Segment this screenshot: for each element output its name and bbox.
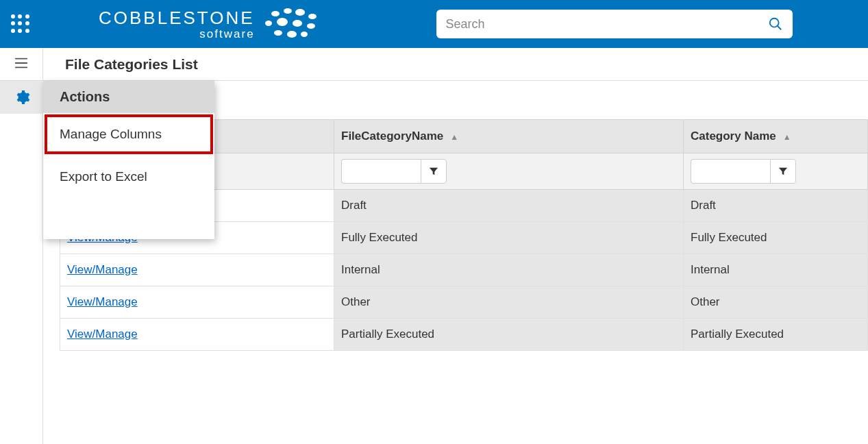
svg-point-4 bbox=[265, 21, 272, 26]
svg-point-1 bbox=[284, 8, 292, 14]
cell-filecategoryname: Other bbox=[334, 286, 684, 319]
filter-cell-categoryname bbox=[684, 153, 868, 190]
actions-panel: Actions Manage ColumnsExport to Excel bbox=[43, 81, 214, 239]
cell-categoryname: Partially Executed bbox=[684, 319, 868, 351]
logo-main-text: COBBLESTONE bbox=[99, 9, 255, 27]
svg-point-11 bbox=[769, 18, 778, 27]
content-area: Actions Manage ColumnsExport to Excel Fi… bbox=[43, 81, 868, 444]
cell-filecategoryname: Internal bbox=[334, 254, 684, 286]
action-cell: View/Manage bbox=[60, 286, 334, 319]
filter-icon bbox=[429, 166, 438, 176]
view-manage-link[interactable]: View/Manage bbox=[67, 263, 138, 276]
actions-panel-header: Actions bbox=[43, 81, 214, 113]
page-title: File Categories List bbox=[65, 56, 198, 73]
svg-point-8 bbox=[274, 30, 282, 36]
filter-button-filecategoryname[interactable] bbox=[421, 159, 447, 184]
filter-icon bbox=[778, 166, 788, 176]
svg-point-0 bbox=[271, 11, 280, 16]
global-search[interactable] bbox=[436, 10, 793, 38]
filter-input-filecategoryname[interactable] bbox=[341, 159, 421, 184]
action-cell: View/Manage bbox=[60, 319, 334, 351]
cell-categoryname: Other bbox=[684, 286, 868, 319]
sort-asc-icon: ▲ bbox=[783, 132, 791, 142]
action-cell: View/Manage bbox=[60, 254, 334, 286]
search-icon[interactable] bbox=[768, 16, 783, 32]
column-header-filecategoryname[interactable]: FileCategoryName▲ bbox=[334, 120, 684, 153]
svg-point-5 bbox=[277, 18, 288, 26]
cell-categoryname: Internal bbox=[684, 254, 868, 286]
table-row: View/ManagePartially ExecutedPartially E… bbox=[60, 319, 868, 351]
svg-point-3 bbox=[308, 14, 317, 19]
settings-gear-button[interactable] bbox=[0, 81, 43, 114]
view-manage-link[interactable]: View/Manage bbox=[67, 295, 138, 308]
actions-item-manage-columns[interactable]: Manage Columns bbox=[43, 113, 214, 156]
cell-categoryname: Draft bbox=[684, 190, 868, 222]
svg-point-6 bbox=[293, 20, 302, 27]
apps-menu-icon[interactable] bbox=[11, 14, 30, 34]
search-input[interactable] bbox=[446, 17, 768, 32]
column-header-categoryname[interactable]: Category Name▲ bbox=[684, 120, 868, 153]
topbar: COBBLESTONE software bbox=[0, 0, 868, 48]
logo: COBBLESTONE software bbox=[99, 7, 330, 41]
table-row: View/ManageInternalInternal bbox=[60, 254, 868, 286]
cell-categoryname: Fully Executed bbox=[684, 222, 868, 254]
svg-line-12 bbox=[777, 26, 781, 30]
gear-icon bbox=[14, 89, 30, 106]
left-rail bbox=[0, 81, 43, 444]
svg-point-10 bbox=[301, 32, 308, 37]
view-manage-link[interactable]: View/Manage bbox=[67, 328, 138, 341]
logo-sub-text: software bbox=[99, 28, 255, 40]
table-row: View/ManageOtherOther bbox=[60, 286, 868, 319]
cell-filecategoryname: Partially Executed bbox=[334, 319, 684, 351]
filter-button-categoryname[interactable] bbox=[770, 159, 796, 184]
filter-cell-filecategoryname bbox=[334, 153, 684, 190]
actions-item-export-to-excel[interactable]: Export to Excel bbox=[43, 156, 214, 198]
svg-point-7 bbox=[307, 23, 315, 29]
cell-filecategoryname: Fully Executed bbox=[334, 222, 684, 254]
filter-input-categoryname[interactable] bbox=[691, 159, 770, 184]
sort-asc-icon: ▲ bbox=[450, 132, 458, 142]
hamburger-menu-icon[interactable] bbox=[13, 56, 29, 73]
page-header: File Categories List bbox=[0, 48, 868, 81]
cell-filecategoryname: Draft bbox=[334, 190, 684, 222]
svg-point-2 bbox=[295, 9, 305, 16]
logo-graphic bbox=[262, 7, 330, 41]
svg-point-9 bbox=[287, 31, 297, 38]
